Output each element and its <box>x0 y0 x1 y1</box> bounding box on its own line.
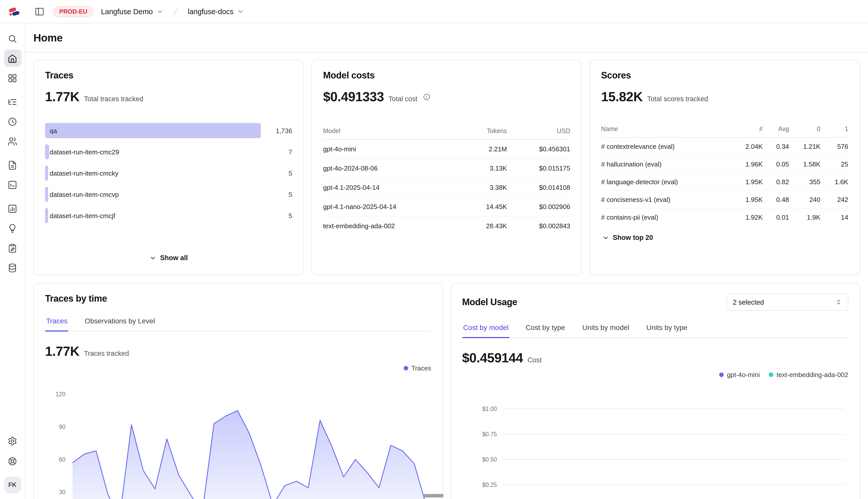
model-usage-metric-label: Cost <box>527 356 542 364</box>
usd-value: $0.456301 <box>507 145 570 153</box>
score-zero: 1.21K <box>789 143 820 150</box>
show-top-20-button[interactable]: Show top 20 <box>601 232 848 243</box>
sidebar-item-search[interactable] <box>4 30 21 47</box>
sidebar-item-llm-as-a-judge[interactable] <box>4 220 21 237</box>
traces-by-time-card: Traces by time Traces Observations by Le… <box>33 283 443 499</box>
bar-label: qa <box>50 127 57 134</box>
sidebar-item-evaluation[interactable] <box>4 200 21 217</box>
tab-cost-by-type[interactable]: Cost by type <box>525 319 566 338</box>
clock-icon <box>8 117 17 126</box>
model-select[interactable]: 2 selected <box>727 293 848 311</box>
model-usage-card: Model Usage 2 selected Cost by model Cos… <box>450 283 860 499</box>
sidebar-item-datasets[interactable] <box>4 259 21 276</box>
legend-item-gpt-4o-mini[interactable]: gpt-4o-mini <box>720 371 760 379</box>
chart-square-icon <box>8 204 17 213</box>
svg-text:$1.00: $1.00 <box>482 406 497 412</box>
sidebar-item-tracing[interactable] <box>4 93 21 110</box>
model-usage-line-chart: $1.00$0.75$0.50$0.25 <box>462 380 848 499</box>
svg-text:$0.25: $0.25 <box>482 482 497 488</box>
svg-text:$0.75: $0.75 <box>482 431 497 438</box>
legend-item-traces[interactable]: Traces <box>404 364 431 372</box>
topbar: PROD-EU Langfuse Demo langfuse-docs <box>0 0 868 23</box>
sidebar-group-prompts <box>4 156 21 193</box>
svg-text:30: 30 <box>59 489 66 496</box>
usd-value: $0.002843 <box>507 222 570 230</box>
tokens-value: 28.43K <box>459 222 507 230</box>
sidebar-item-sessions[interactable] <box>4 113 21 130</box>
gear-icon <box>8 436 17 446</box>
model-name: gpt-4o-2024-08-06 <box>323 165 459 172</box>
sidebar-item-playground[interactable] <box>4 176 21 193</box>
trace-bar-row[interactable]: dataset-run-item-cmcky 5 <box>45 166 292 181</box>
trace-bar-row[interactable]: dataset-run-item-cmc29 7 <box>45 144 292 159</box>
langfuse-logo[interactable] <box>8 5 21 18</box>
show-all-button[interactable]: Show all <box>144 251 193 265</box>
sidebar-item-prompts[interactable] <box>4 156 21 173</box>
tokens-value: 14.45K <box>459 203 507 210</box>
column-header: USD <box>507 127 570 135</box>
scores-metric-value: 15.82K <box>601 89 643 105</box>
trace-bar-row[interactable]: qa 1,736 <box>45 123 292 138</box>
svg-text:$0.50: $0.50 <box>482 456 497 463</box>
model-costs-metric-value: $0.491333 <box>323 89 384 105</box>
sidebar-item-users[interactable] <box>4 133 21 150</box>
sidebar-item-home[interactable] <box>4 50 21 67</box>
trace-bar-row[interactable]: dataset-run-item-cmcvp 5 <box>45 187 292 202</box>
model-select-value: 2 selected <box>733 298 764 306</box>
org-switcher[interactable]: Langfuse Demo <box>100 5 165 17</box>
svg-text:120: 120 <box>56 391 65 398</box>
sidebar-item-settings[interactable] <box>4 432 21 449</box>
tab-units-by-model[interactable]: Units by model <box>581 319 630 338</box>
environment-badge[interactable]: PROD-EU <box>53 6 93 17</box>
table-header: Name # Avg 0 1 <box>601 122 848 138</box>
database-icon <box>8 263 17 272</box>
column-header: # <box>732 125 763 133</box>
bar-value: 5 <box>289 212 292 219</box>
model-usage-metric: $0.459144 Cost <box>462 350 848 366</box>
traces-bar-list: qa 1,736 dataset-run-item-cmc29 7 datase… <box>45 123 292 223</box>
info-icon[interactable] <box>423 93 431 101</box>
sidebar-toggle-button[interactable] <box>33 4 47 19</box>
terminal-square-icon <box>8 180 17 190</box>
table-row: # contextrelevance (eval) 2.04K 0.34 1.2… <box>601 138 848 155</box>
scores-card: Scores 15.82K Total scores tracked Name … <box>590 60 860 275</box>
model-name: text-embedding-ada-002 <box>323 222 459 230</box>
model-usage-header: Model Usage 2 selected <box>462 293 848 311</box>
tab-observations-by-level[interactable]: Observations by Level <box>84 312 156 331</box>
score-count: 1.92K <box>732 213 763 221</box>
tab-traces[interactable]: Traces <box>45 312 69 331</box>
user-avatar[interactable]: FK <box>4 477 21 493</box>
legend-item-text-embedding-ada-002[interactable]: text-embedding-ada-002 <box>769 371 848 379</box>
traces-metric: 1.77K Total traces tracked <box>45 89 292 105</box>
model-costs-table: Model Tokens USD gpt-4o-mini 2.21M $0.45… <box>323 124 570 235</box>
bar-label: dataset-run-item-cmcjf <box>50 212 115 219</box>
score-avg: 0.82 <box>763 178 789 185</box>
tab-cost-by-model[interactable]: Cost by model <box>462 319 510 338</box>
traces-by-time-tabs: Traces Observations by Level <box>45 312 431 331</box>
sidebar-item-support[interactable] <box>4 452 21 470</box>
table-row: # conciseness-v1 (eval) 1.95K 0.48 240 2… <box>601 191 848 208</box>
tokens-value: 2.21M <box>459 145 507 153</box>
sidebar-group-evaluation <box>4 200 21 276</box>
org-name: Langfuse Demo <box>101 7 153 15</box>
trace-bar-row[interactable]: dataset-run-item-cmcjf 5 <box>45 208 292 223</box>
score-zero: 1.58K <box>789 160 820 168</box>
table-row: # language-detector (eval) 1.95K 0.82 35… <box>601 173 848 191</box>
clipboard-pen-icon <box>8 243 17 253</box>
bar-value: 7 <box>289 148 292 156</box>
page-header: Home <box>25 23 868 53</box>
sidebar-item-annotation[interactable] <box>4 239 21 257</box>
project-switcher[interactable]: langfuse-docs <box>187 5 245 17</box>
tab-units-by-type[interactable]: Units by type <box>645 319 689 338</box>
legend-label: gpt-4o-mini <box>727 371 760 379</box>
traces-card-title: Traces <box>45 70 292 81</box>
svg-text:90: 90 <box>59 424 66 430</box>
sidebar-item-dashboards[interactable] <box>4 69 21 87</box>
column-header: Tokens <box>459 127 507 135</box>
traces-by-time-metric: 1.77K Traces tracked <box>45 344 431 359</box>
bar-label: dataset-run-item-cmcky <box>50 169 119 177</box>
score-avg: 0.34 <box>763 143 789 150</box>
horizontal-scrollbar-thumb[interactable] <box>423 494 444 498</box>
legend-dot <box>769 373 774 377</box>
sidebar-group-observability <box>4 93 21 150</box>
